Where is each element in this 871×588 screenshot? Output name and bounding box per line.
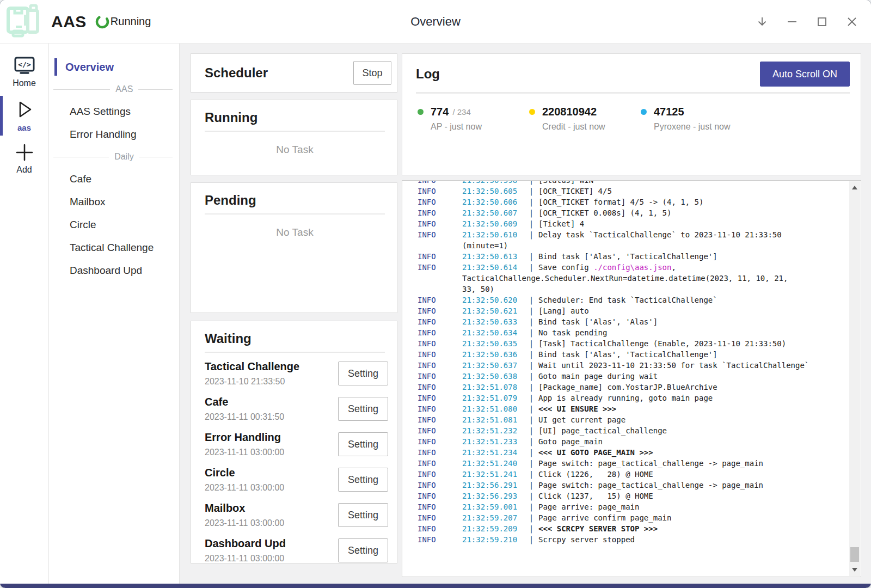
log-line: INFO21:32:51.240|Page switch: page_tacti… <box>418 458 848 469</box>
scrollbar-down-icon[interactable] <box>852 568 857 572</box>
log-line: INFO21:32:50.609|[Ticket] 4 <box>418 218 848 229</box>
stat-value: 47125 <box>654 106 684 118</box>
waiting-title: Waiting <box>205 331 252 346</box>
nav-rail: </>HomeaasAdd <box>0 44 49 584</box>
log-line: INFO21:32:50.634|No task pending <box>418 327 848 338</box>
setting-button-dashboard-upd[interactable]: Setting <box>338 538 388 562</box>
pending-empty-text: No Task <box>205 226 385 238</box>
stat-dot-icon <box>641 109 647 115</box>
running-empty-text: No Task <box>205 144 385 156</box>
pending-title: Pending <box>205 193 256 207</box>
waiting-task-time: 2023-11-11 03:00:00 <box>205 554 338 564</box>
log-card: Log Auto Scroll ON 774/ 234AP - just now… <box>402 53 861 175</box>
pending-card: Pending No Task <box>191 182 397 313</box>
log-line: INFO21:32:50.605|[OCR_TICKET] 4/5 <box>418 186 848 197</box>
waiting-task-time: 2023-11-11 03:00:00 <box>205 518 338 528</box>
sidebar-item-tactical-challenge[interactable]: Tactical Challenge <box>49 236 179 259</box>
log-line: INFO21:32:50.610|Delay task `TacticalCha… <box>418 229 848 240</box>
setting-button-cafe[interactable]: Setting <box>338 397 388 421</box>
sidebar-item-error-handling[interactable]: Error Handling <box>49 123 179 146</box>
waiting-task-row: Dashboard Upd2023-11-11 03:00:00Setting <box>205 537 388 564</box>
log-line: TacticalChallenge.Scheduler.NextRun=date… <box>418 273 848 284</box>
sidebar-item-overview[interactable]: Overview <box>49 56 179 78</box>
window-controls <box>747 0 871 43</box>
stat-value: 220810942 <box>542 106 597 118</box>
log-line: INFO21:32:50.614|Save config ./config\aa… <box>418 262 848 273</box>
setting-button-mailbox[interactable]: Setting <box>338 503 388 527</box>
log-line: INFO21:32:51.081|UI get current page <box>418 414 848 425</box>
waiting-task-row: Circle2023-11-11 03:00:00Setting <box>205 467 388 493</box>
close-icon[interactable] <box>837 5 867 38</box>
log-line: INFO21:32:50.607|[OCR_TICKET 0.008s] (4,… <box>418 207 848 218</box>
log-line: INFO21:32:59.209|<<< SCRCPY SERVER STOP … <box>418 523 848 534</box>
sidebar-item-aas-settings[interactable]: AAS Settings <box>49 100 179 123</box>
svg-text:</>: </> <box>18 60 31 69</box>
log-line: INFO21:32:56.293|Click (1237, 15) @ HOME <box>418 491 848 501</box>
rail-item-aas[interactable]: aas <box>0 94 48 138</box>
waiting-task-name: Circle <box>205 467 338 479</box>
log-line: INFO21:32:50.638|Goto main page during w… <box>418 371 848 382</box>
sidebar-divider-daily: Daily <box>49 146 179 168</box>
waiting-task-name: Tactical Challenge <box>205 360 338 373</box>
sidebar-item-circle[interactable]: Circle <box>49 213 179 236</box>
scheduler-title: Scheduler <box>205 65 268 81</box>
rail-item-label: Home <box>13 78 36 88</box>
log-line: INFO21:32:51.079|App is already running,… <box>418 393 848 403</box>
maximize-icon[interactable] <box>807 5 837 38</box>
log-lines: INFO21:32:50.598|[Status] WININFO21:32:5… <box>402 180 848 545</box>
log-line: INFO21:32:50.636|Bind task ['Alas', 'Tac… <box>418 349 848 360</box>
waiting-task-name: Cafe <box>205 396 338 408</box>
sidebar-menu: OverviewAASAAS SettingsError HandlingDai… <box>49 44 180 584</box>
waiting-task-row: Error Handling2023-11-11 03:00:00Setting <box>205 431 388 457</box>
setting-button-error-handling[interactable]: Setting <box>338 432 388 456</box>
stat-value: 774 <box>431 106 449 118</box>
sidebar-item-dashboard-upd[interactable]: Dashboard Upd <box>49 259 179 282</box>
log-title: Log <box>416 66 440 82</box>
download-icon[interactable] <box>747 5 777 38</box>
setting-button-circle[interactable]: Setting <box>338 468 388 492</box>
tasks-column: Scheduler Stop Running No Task Pending N… <box>191 53 397 577</box>
running-spinner-icon <box>95 15 109 29</box>
log-stat: 774/ 234AP - just now <box>418 106 529 132</box>
scrollbar-thumb[interactable] <box>850 547 859 562</box>
bottom-accent-bar <box>0 584 871 588</box>
app-window: AAS Running Overview <box>0 0 871 588</box>
log-line: INFO21:32:51.232|[UI] page_tactical_chal… <box>418 425 848 436</box>
minimize-icon[interactable] <box>777 5 807 38</box>
log-line: INFO21:32:51.078|[Package_name] com.Yost… <box>418 382 848 393</box>
scrollbar-up-icon[interactable] <box>852 186 857 189</box>
log-stat: 47125Pyroxene - just now <box>641 106 752 132</box>
log-line: INFO21:32:50.613|Bind task ['Alas', 'Tac… <box>418 251 848 262</box>
running-title: Running <box>205 110 257 125</box>
sidebar-divider-label: AAS <box>115 84 133 94</box>
stop-button[interactable]: Stop <box>353 61 391 85</box>
waiting-task-name: Dashboard Upd <box>205 537 338 550</box>
waiting-task-time: 2023-11-11 00:31:50 <box>205 412 338 422</box>
auto-scroll-button[interactable]: Auto Scroll ON <box>760 62 850 87</box>
sidebar-item-mailbox[interactable]: Mailbox <box>49 191 179 213</box>
rail-item-add[interactable]: Add <box>0 138 48 180</box>
log-line: INFO21:32:50.620|Scheduler: End task `Ta… <box>418 295 848 305</box>
scheduler-card: Scheduler Stop <box>191 53 397 93</box>
log-line: INFO21:32:50.633|Bind task ['Alas', 'Ala… <box>418 316 848 327</box>
log-line: INFO21:32:50.635|[Task] TacticalChalleng… <box>418 338 848 349</box>
log-line: 33, 50) <box>418 284 848 295</box>
titlebar: AAS Running Overview <box>0 0 871 44</box>
sidebar-divider-aas: AAS <box>49 78 179 100</box>
log-stats: 774/ 234AP - just now220810942Credit - j… <box>416 94 850 132</box>
log-scrollbar[interactable] <box>849 181 860 576</box>
log-line: INFO21:32:50.598|[Status] WIN <box>418 180 848 186</box>
log-line: (minute=1) <box>418 240 848 251</box>
rail-item-home[interactable]: </>Home <box>0 51 48 94</box>
log-stat: 220810942Credit - just now <box>529 106 641 132</box>
log-line: INFO21:32:59.207|Page arrive confirm pag… <box>418 512 848 523</box>
app-logo-icon <box>5 4 40 40</box>
waiting-task-time: 2023-11-10 21:33:50 <box>205 377 338 387</box>
setting-button-tactical-challenge[interactable]: Setting <box>338 362 388 385</box>
play-icon <box>14 99 35 120</box>
stat-dot-icon <box>418 109 424 115</box>
log-line: INFO21:32:50.606|[OCR_TICKET format] 4/5… <box>418 197 848 207</box>
sidebar-item-cafe[interactable]: Cafe <box>49 168 179 191</box>
app-title: AAS <box>51 13 87 31</box>
stat-dot-icon <box>529 109 535 115</box>
